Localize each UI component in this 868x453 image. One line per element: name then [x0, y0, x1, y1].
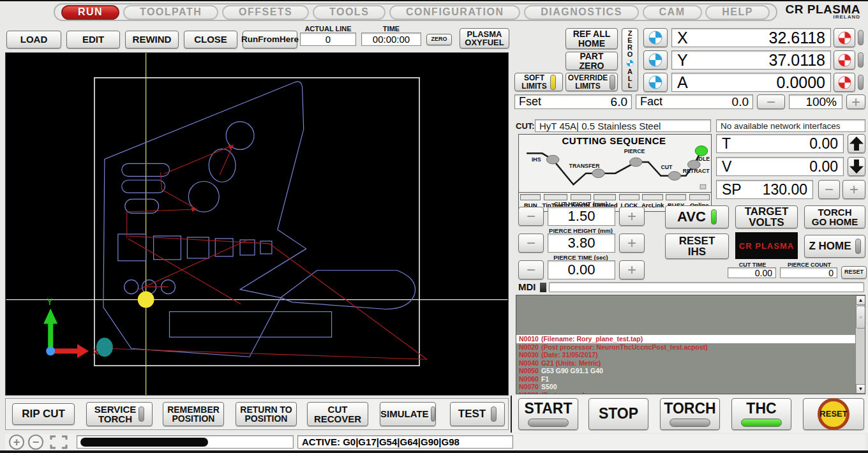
tab-cam[interactable]: CAM — [643, 5, 702, 20]
override-limits-button[interactable]: OVERRIDE LIMITS — [565, 73, 618, 91]
bottom-right-panel: START STOP TORCH THC RESET — [511, 396, 868, 433]
toolpath-viewport[interactable]: Y X — [5, 52, 509, 396]
zoom-out-icon[interactable]: − — [28, 434, 43, 450]
gcode-line[interactable]: N0030(Date: 31/05/2017) — [516, 351, 865, 359]
goto-zero-x-button[interactable] — [643, 28, 668, 47]
scroll-down-button[interactable]: ▼ — [856, 384, 865, 394]
blue-target-icon — [648, 52, 663, 68]
torch-position-marker — [138, 292, 154, 308]
cut-height-plus-button[interactable]: + — [619, 207, 645, 226]
tab-offsets[interactable]: OFFSETS — [222, 5, 309, 20]
pierce-time-field[interactable]: 0.00 — [548, 260, 615, 279]
home-x-button[interactable] — [834, 28, 855, 47]
fset-field[interactable]: Fset 6.0 — [514, 94, 632, 109]
soft-limits-button[interactable]: SOFT LIMITS — [514, 73, 563, 91]
gcode-line[interactable]: N0080(Part: square) — [516, 391, 865, 395]
gcode-line[interactable]: N0070S500 — [516, 383, 865, 391]
rip-cut-button[interactable]: RIP CUT — [12, 403, 75, 425]
zero-all-button[interactable]: ZERO ALL — [622, 28, 638, 91]
cut-height-minus-button[interactable]: − — [518, 207, 544, 226]
fit-view-icon[interactable] — [50, 435, 68, 452]
ref-all-home-button[interactable]: REF ALL HOME — [565, 28, 618, 49]
actual-line-field[interactable]: 0 — [300, 33, 356, 46]
feed-override-minus-button[interactable]: − — [757, 94, 785, 109]
tab-tools[interactable]: TOOLS — [313, 5, 385, 20]
torch-label: TORCH — [664, 401, 715, 416]
dro-y-field[interactable]: Y 37.0118 — [671, 50, 831, 70]
gcode-line-selected[interactable]: N0010(Filename: Rory_plane_test.tap) — [516, 335, 865, 343]
simulate-button[interactable]: SIMULATE — [380, 402, 436, 426]
tab-configuration[interactable]: CONFIGURATION — [389, 5, 520, 20]
tab-diagnostics[interactable]: DIAGNOSTICS — [524, 5, 639, 20]
z-home-button[interactable]: Z HOME — [804, 235, 865, 258]
pierce-time-plus-button[interactable]: + — [619, 260, 645, 279]
reset-ihs-button[interactable]: RESET IHS — [665, 234, 729, 259]
x-axis-led — [858, 30, 864, 45]
remember-position-button[interactable]: REMEMBER POSITION — [163, 402, 224, 426]
rewind-button[interactable]: REWIND — [125, 31, 179, 48]
cut-selection-field[interactable]: HyT 45A| 0.5 Stainless Steel — [535, 119, 711, 132]
close-button[interactable]: CLOSE — [184, 31, 237, 48]
jog-up-button[interactable] — [848, 134, 865, 153]
goto-zero-a-button[interactable] — [643, 73, 668, 92]
gcode-line[interactable]: N0040G21 (Units: Metric) — [516, 359, 865, 368]
simulate-label: SIMULATE — [380, 409, 429, 419]
start-button[interactable]: START — [518, 398, 578, 430]
sp-minus-button[interactable]: − — [818, 180, 840, 199]
gcode-line[interactable]: N0060F1 — [516, 375, 865, 383]
thc-button[interactable]: THC — [731, 398, 791, 430]
sp-field[interactable]: SP 130.00 — [716, 180, 813, 199]
tab-run[interactable]: RUN — [61, 5, 119, 20]
tab-toolpath[interactable]: TOOLPATH — [123, 5, 218, 20]
reset-counters-button[interactable]: RESET — [841, 266, 867, 279]
avc-button[interactable]: AVC — [665, 205, 729, 228]
pierce-height-plus-button[interactable]: + — [619, 234, 645, 253]
dro-x-field[interactable]: X 32.6118 — [671, 28, 831, 47]
home-a-button[interactable] — [834, 73, 855, 92]
target-volts-button[interactable]: TARGET VOLTS — [735, 205, 798, 228]
test-button[interactable]: TEST — [450, 402, 505, 426]
goto-zero-y-button[interactable] — [643, 50, 668, 70]
plasma-oxyfuel-button[interactable]: PLASMA OXYFUEL — [460, 28, 509, 48]
pierce-height-minus-button[interactable]: − — [518, 234, 544, 253]
part-zero-button[interactable]: PART ZERO — [565, 52, 618, 70]
scroll-thumb[interactable]: ≡ — [856, 306, 865, 329]
run-from-here-button[interactable]: RunFromHere — [243, 31, 297, 48]
reset-button[interactable]: RESET — [803, 398, 864, 430]
torch-v-field: V 0.00 — [716, 157, 844, 176]
pierce-time-minus-button[interactable]: − — [518, 260, 544, 279]
torch-button[interactable]: TORCH — [660, 398, 720, 430]
reset-circle: RESET — [818, 398, 849, 430]
zero-all-target-icon — [625, 59, 634, 67]
torch-led — [670, 419, 710, 427]
cut-recover-button[interactable]: CUT RECOVER — [307, 402, 368, 426]
torch-go-home-button[interactable]: TORCH GO HOME — [804, 205, 865, 228]
pierce-height-field[interactable]: 3.80 — [548, 234, 615, 253]
zero-time-button[interactable]: ZERO — [426, 34, 452, 45]
feed-override-plus-button[interactable]: + — [846, 94, 865, 109]
return-to-position-button[interactable]: RETURN TO POSITION — [236, 402, 297, 426]
jog-down-button[interactable] — [848, 157, 865, 176]
wing-cutout — [281, 271, 415, 309]
zoom-in-icon[interactable]: + — [9, 434, 24, 450]
tab-help[interactable]: HELP — [705, 5, 770, 20]
avc-label: AVC — [677, 210, 706, 224]
service-torch-button[interactable]: SERVICE TORCH — [86, 402, 153, 426]
load-button[interactable]: LOAD — [6, 31, 61, 48]
mdi-input[interactable] — [549, 282, 864, 292]
redacted-text — [80, 438, 208, 447]
edit-button[interactable]: EDIT — [66, 31, 120, 48]
dro-a-field[interactable]: A 0.0000 — [671, 73, 831, 92]
sp-plus-button[interactable]: + — [842, 180, 865, 199]
scroll-up-button[interactable]: ▲ — [856, 295, 865, 305]
gcode-viewer[interactable]: N0010(Filename: Rory_plane_test.tap) N00… — [516, 295, 865, 394]
stop-button[interactable]: STOP — [588, 398, 648, 430]
override-limits-led — [610, 75, 615, 90]
gcode-line[interactable]: N0020(Post processor: NeuronThcUccncPost… — [516, 343, 865, 352]
dro-y-name: Y — [677, 51, 688, 70]
cut-height-field[interactable]: 1.50 — [548, 207, 615, 226]
home-y-button[interactable] — [834, 50, 855, 70]
gcode-line[interactable]: N0050G53 G90 G91.1 G40 — [516, 367, 865, 375]
gcode-scrollbar[interactable]: ▲ ≡ ▼ — [855, 295, 865, 394]
service-torch-led — [138, 406, 144, 422]
